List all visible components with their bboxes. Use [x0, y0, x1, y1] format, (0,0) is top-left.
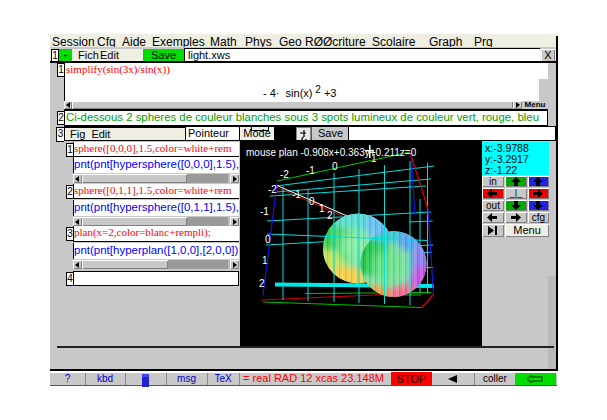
svg-text:-1: -1: [306, 165, 315, 176]
svg-text:1: 1: [319, 203, 325, 214]
svg-text:0: 0: [265, 234, 271, 245]
svg-text:mouse plan -0.908x+0.363y+0.21: mouse plan -0.908x+0.363y+0.211z=0: [246, 147, 417, 158]
svg-text:0: 0: [309, 196, 315, 207]
svg-text:-2: -2: [280, 169, 289, 180]
svg-text:-2: -2: [268, 184, 277, 195]
svg-text:2: 2: [259, 278, 265, 289]
svg-text:2: 2: [327, 210, 333, 221]
svg-text:-1: -1: [260, 206, 269, 217]
svg-text:1: 1: [262, 255, 268, 266]
svg-text:-1: -1: [292, 189, 301, 200]
svg-text:1: 1: [371, 153, 377, 164]
svg-text:0: 0: [332, 161, 338, 172]
